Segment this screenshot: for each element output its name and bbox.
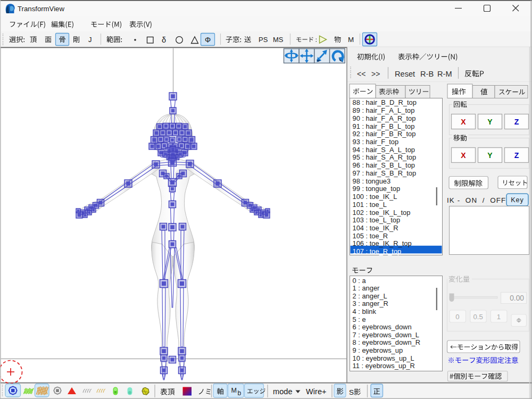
svg-text:94 : hair_S_A_L_top: 94 : hair_S_A_L_top xyxy=(353,146,415,154)
svg-text:Y: Y xyxy=(487,151,493,160)
svg-text:0.5: 0.5 xyxy=(473,313,483,321)
svg-text:Key: Key xyxy=(511,196,524,204)
svg-text:99 : tongue_top: 99 : tongue_top xyxy=(353,185,401,193)
svg-text:96 : hair_S_B_L_top: 96 : hair_S_B_L_top xyxy=(353,161,415,169)
svg-text:>>: >> xyxy=(371,70,380,78)
svg-text:88 : hair_B_D_R_top: 88 : hair_B_D_R_top xyxy=(353,98,417,106)
svg-text:91 : hair_F_B_L_top: 91 : hair_F_B_L_top xyxy=(353,122,415,130)
svg-text:Z: Z xyxy=(514,151,519,160)
svg-text:Wire+: Wire+ xyxy=(306,387,327,396)
svg-text:M: M xyxy=(231,387,237,394)
svg-text:Z: Z xyxy=(514,118,519,126)
svg-text:0.00: 0.00 xyxy=(510,294,524,302)
svg-text:7 : eyebrows_down_L: 7 : eyebrows_down_L xyxy=(353,331,419,339)
svg-text:89 : hair_F_A_L_top: 89 : hair_F_A_L_top xyxy=(353,106,415,114)
svg-text:0: 0 xyxy=(455,313,459,321)
svg-text:Reset: Reset xyxy=(395,70,415,78)
svg-text:100 : toe_IK_L: 100 : toe_IK_L xyxy=(353,193,397,201)
svg-text:M: M xyxy=(348,36,354,44)
svg-text:1 : anger: 1 : anger xyxy=(353,284,380,292)
svg-text:97 : hair_S_B_R_top: 97 : hair_S_B_R_top xyxy=(353,169,417,177)
svg-text:2 : anger_L: 2 : anger_L xyxy=(353,292,387,300)
svg-text:IK - ON / OFF: IK - ON / OFF xyxy=(447,196,506,204)
svg-text:90 : hair_F_A_R_top: 90 : hair_F_A_R_top xyxy=(353,114,416,122)
svg-text:104 : toe_IK_R: 104 : toe_IK_R xyxy=(353,224,398,232)
svg-text:δ: δ xyxy=(162,36,166,44)
svg-text:R-B: R-B xyxy=(420,70,434,78)
svg-text:107 : toe_R_top: 107 : toe_R_top xyxy=(353,247,402,255)
svg-text:92 : hair_F_B_R_top: 92 : hair_F_B_R_top xyxy=(353,130,416,138)
svg-text:b: b xyxy=(238,389,242,397)
svg-text:S: S xyxy=(349,388,354,396)
svg-text:PS: PS xyxy=(259,36,268,44)
svg-text:6 : eyebrows_down: 6 : eyebrows_down xyxy=(353,323,412,331)
svg-text:Φ: Φ xyxy=(205,36,211,44)
svg-text:0 : a: 0 : a xyxy=(353,277,367,285)
svg-text:101 : toe_L: 101 : toe_L xyxy=(353,201,387,209)
svg-text:106 : toe_IK_R_top: 106 : toe_IK_R_top xyxy=(353,239,412,247)
svg-text:TransformView: TransformView xyxy=(18,5,64,13)
svg-text:R-M: R-M xyxy=(437,70,452,78)
svg-text:95 : hair_S_A_R_top: 95 : hair_S_A_R_top xyxy=(353,153,417,161)
svg-text:3 : anger_R: 3 : anger_R xyxy=(353,300,388,307)
svg-text:105 : toe_R: 105 : toe_R xyxy=(353,232,388,240)
svg-text:102 : toe_IK_L_top: 102 : toe_IK_L_top xyxy=(353,209,411,217)
svg-text:9 : eyebrows_up: 9 : eyebrows_up xyxy=(353,346,403,354)
svg-text:X: X xyxy=(461,118,466,126)
svg-text:10 : eyebrows_up_L: 10 : eyebrows_up_L xyxy=(353,354,414,362)
svg-text:<<: << xyxy=(357,70,365,78)
svg-text:4 : blink: 4 : blink xyxy=(353,307,377,315)
svg-text:103 : toe_L_top: 103 : toe_L_top xyxy=(353,216,401,224)
svg-text:8 : eyebrows_down_R: 8 : eyebrows_down_R xyxy=(353,338,421,346)
svg-text:5 : e: 5 : e xyxy=(353,315,366,323)
svg-text:mode: mode xyxy=(273,387,293,396)
svg-text:93 : hair_F_top: 93 : hair_F_top xyxy=(353,138,399,146)
svg-text:J: J xyxy=(88,36,92,44)
svg-text:Y: Y xyxy=(487,118,493,126)
svg-text:98 : tongue3: 98 : tongue3 xyxy=(353,177,391,185)
svg-text:MS: MS xyxy=(273,36,284,44)
svg-text:1: 1 xyxy=(497,313,501,321)
svg-text:11 : eyebrows_up_R: 11 : eyebrows_up_R xyxy=(353,362,415,370)
svg-text:X: X xyxy=(461,151,466,160)
